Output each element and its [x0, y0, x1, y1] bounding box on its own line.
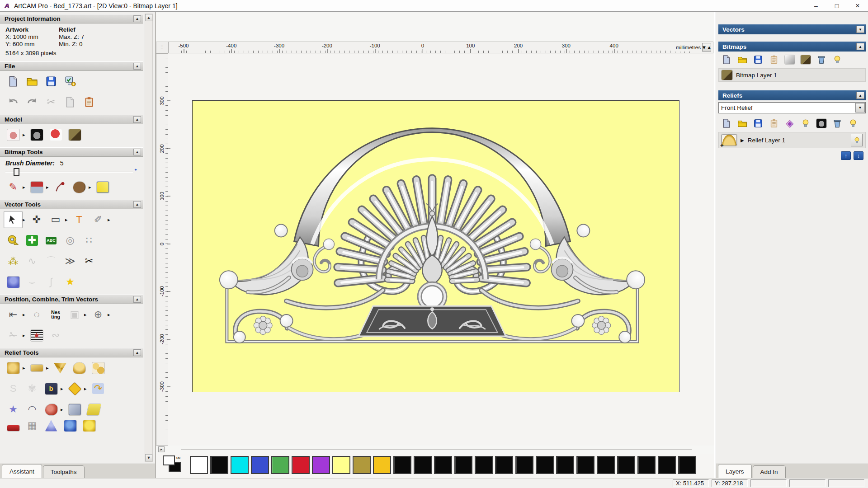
measure-tool-icon[interactable] — [4, 232, 23, 249]
flood-fill-flyout-icon[interactable]: ▸ — [46, 184, 51, 190]
color-swatch-3[interactable] — [251, 456, 269, 474]
relief-visibility-button[interactable] — [851, 134, 863, 146]
brush-diameter-slider[interactable]: ✦ — [5, 168, 137, 177]
relief-clipart-library-flyout-icon[interactable]: ▸ — [61, 386, 65, 392]
create-cross-icon[interactable]: ✚ — [23, 232, 42, 249]
wrap-relief-icon[interactable] — [42, 401, 61, 418]
colour-palette-flyout-icon[interactable]: ▸ — [89, 184, 93, 190]
flood-fill-icon[interactable] — [27, 178, 46, 196]
shape-editor-flyout-icon[interactable]: ▸ — [23, 365, 27, 371]
relief-layer-stack-icon[interactable]: ◈ — [784, 117, 796, 129]
zero-plane-icon[interactable] — [65, 380, 84, 397]
color-swatch-14[interactable] — [475, 456, 493, 474]
colour-picker-icon[interactable] — [51, 178, 70, 196]
extrude-relief-icon[interactable] — [42, 420, 61, 432]
texture-relief-icon[interactable]: ★ — [4, 401, 23, 418]
color-swatch-5[interactable] — [292, 456, 310, 474]
color-swatch-0[interactable] — [190, 456, 208, 474]
color-swatch-8[interactable] — [353, 456, 371, 474]
color-swatch-21[interactable] — [617, 456, 635, 474]
paste-along-curve-icon[interactable]: ABC — [42, 232, 61, 249]
merge-bitmap-layers-icon[interactable] — [768, 54, 780, 66]
basket-weave-icon[interactable]: ▦ — [23, 420, 42, 432]
open-relief-layer-icon[interactable] — [736, 117, 748, 129]
add-relief-plane-icon[interactable] — [27, 359, 46, 376]
move-layer-down-button[interactable]: ↓ — [854, 151, 863, 160]
color-swatch-22[interactable] — [637, 456, 656, 474]
dropdown-arrow-icon[interactable]: ▼ — [855, 103, 865, 113]
new-relief-layer-icon[interactable] — [721, 117, 732, 129]
color-swatch-20[interactable] — [597, 456, 615, 474]
vector-texture-icon[interactable] — [27, 327, 46, 344]
block-copy-vectors-icon[interactable]: ∷ — [80, 232, 99, 249]
color-swatch-23[interactable] — [658, 456, 676, 474]
open-bitmap-layer-icon[interactable] — [736, 54, 748, 66]
colour-palette-icon[interactable] — [70, 178, 89, 196]
color-swatch-16[interactable] — [515, 456, 533, 474]
record-notes-icon[interactable] — [80, 94, 99, 111]
save-bitmap-layer-icon[interactable] — [752, 54, 764, 66]
minimize-button[interactable]: – — [806, 0, 826, 12]
color-swatch-1[interactable] — [210, 456, 228, 474]
two-rail-sweep-icon[interactable]: ◠ — [23, 401, 42, 418]
color-swatch-18[interactable] — [556, 456, 574, 474]
maximize-button[interactable]: □ — [826, 0, 847, 12]
color-swatch-24[interactable] — [678, 456, 696, 474]
tab-layers[interactable]: Layers — [718, 464, 752, 478]
color-swatch-12[interactable] — [434, 456, 452, 474]
redo-icon[interactable] — [23, 94, 42, 111]
transform-vectors-icon[interactable]: ✜ — [27, 211, 46, 228]
color-swatch-11[interactable] — [414, 456, 432, 474]
color-swatch-7[interactable] — [332, 456, 350, 474]
magic-wand-icon[interactable] — [93, 178, 112, 196]
spin-profile-icon[interactable] — [4, 273, 23, 291]
scroll-left-icon[interactable]: ▸ — [158, 446, 165, 452]
relief-layer-name[interactable]: Relief Layer 1 — [748, 137, 785, 144]
create-text-icon[interactable]: T — [70, 211, 89, 228]
collapse-model-button[interactable]: ▲ — [133, 116, 141, 123]
save-relief-layer-icon[interactable] — [752, 117, 764, 129]
add-relief-plane-flyout-icon[interactable]: ▸ — [46, 365, 51, 371]
relief-lighting-icon[interactable] — [800, 117, 811, 129]
collapse-file-button[interactable]: ▲ — [133, 63, 141, 70]
tab-toolpaths[interactable]: Toolpaths — [43, 465, 85, 478]
toggle-all-bitmap-layers-icon[interactable] — [831, 54, 843, 66]
bitmap-thumbnail-icon[interactable] — [800, 54, 811, 66]
delete-relief-layer-icon[interactable] — [831, 117, 843, 129]
close-button[interactable]: × — [847, 0, 868, 12]
undo-icon[interactable] — [4, 94, 23, 111]
collapse-project-button[interactable]: ▲ — [133, 15, 141, 22]
collapse-position-button[interactable]: ▲ — [133, 296, 141, 303]
collapse-relief-tools-button[interactable]: ▲ — [133, 349, 141, 356]
ruler-units-dropdown[interactable]: ▼▲ — [702, 43, 711, 52]
emboss-relief-icon[interactable] — [65, 401, 84, 418]
primary-secondary-colour[interactable]: ∞ — [163, 455, 186, 476]
smooth-relief-icon[interactable] — [51, 359, 70, 376]
cut-vectors-icon[interactable]: ✂ — [80, 253, 99, 270]
relief-set-value[interactable]: Front Relief — [719, 104, 855, 111]
nesting-icon[interactable]: Nesting — [46, 306, 65, 323]
collapse-bitmap-tools-button[interactable]: ▲ — [133, 149, 141, 155]
delete-bitmap-layer-icon[interactable] — [816, 54, 827, 66]
bitmap-layer-row[interactable]: Bitmap Layer 1 — [718, 68, 866, 82]
wrap-vectors-icon[interactable]: ◎ — [61, 232, 80, 249]
zero-plane-flyout-icon[interactable]: ▸ — [84, 386, 89, 392]
isolate-relief-icon[interactable] — [80, 420, 99, 432]
node-editing-icon[interactable]: ⁂ — [4, 253, 23, 270]
model-from-image-flyout-icon[interactable]: ▸ — [23, 132, 27, 138]
group-vectors-flyout-icon[interactable]: ▸ — [84, 312, 89, 318]
scroll-down-icon[interactable]: ▼ — [145, 454, 152, 461]
create-rectangle-icon[interactable]: ▭ — [46, 211, 65, 228]
slider-thumb[interactable] — [14, 168, 19, 176]
texture-from-image-icon[interactable] — [65, 126, 84, 143]
trim-vectors-flyout-icon[interactable]: ▸ — [23, 333, 27, 338]
color-swatch-2[interactable] — [231, 456, 249, 474]
tab-add-in[interactable]: Add In — [753, 465, 786, 478]
color-swatch-17[interactable] — [536, 456, 554, 474]
color-swatch-9[interactable] — [373, 456, 391, 474]
model-options-icon[interactable] — [61, 73, 80, 90]
greyscale-from-model-icon[interactable] — [27, 126, 46, 143]
join-vectors-icon[interactable]: ≫ — [61, 253, 80, 270]
bitmaps-collapse-button[interactable]: ▲ — [856, 43, 864, 50]
color-swatch-10[interactable] — [393, 456, 411, 474]
